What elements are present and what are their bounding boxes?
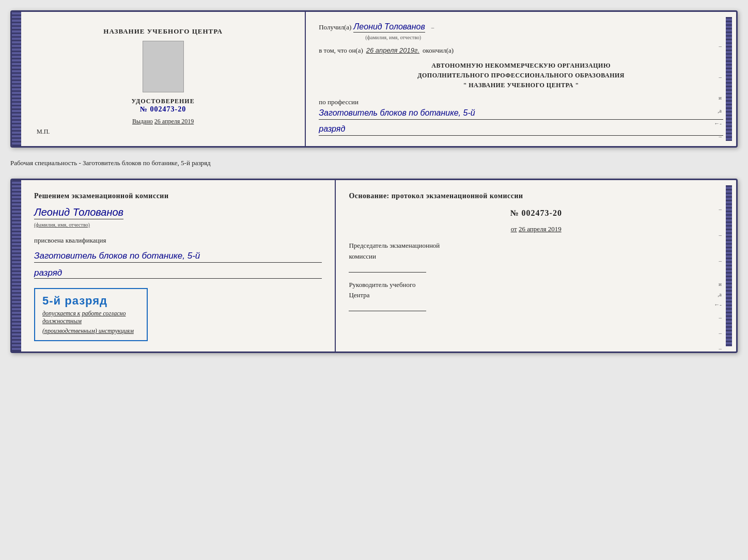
profession-label: по профессии bbox=[319, 98, 359, 106]
deco-dash-5: ←- bbox=[714, 120, 722, 126]
deco2-dash-6: ←- bbox=[714, 301, 722, 308]
director-block: Руководитель учебного Центра bbox=[349, 280, 723, 312]
mp-line: М.П. bbox=[37, 128, 50, 136]
protocol-number: № 002473-20 bbox=[349, 209, 723, 218]
stamp-sub1: допускается к работе согласно должностны… bbox=[42, 310, 139, 325]
deco2-dash-7: – bbox=[719, 314, 722, 321]
director-label2: Центра bbox=[349, 290, 723, 301]
recipient-name: Леонид Толованов bbox=[353, 22, 425, 33]
cert-number-value: 002473-20 bbox=[150, 105, 186, 113]
doc2-right-panel: Основание: протокол экзаменационной коми… bbox=[336, 180, 736, 351]
specialty-caption: Рабочая специальность - Заготовитель бло… bbox=[10, 157, 738, 169]
dash-separator: – bbox=[431, 24, 434, 30]
page-wrapper: НАЗВАНИЕ УЧЕБНОГО ЦЕНТРА УДОСТОВЕРЕНИЕ №… bbox=[10, 10, 738, 353]
confirm-suffix: окончил(а) bbox=[423, 46, 454, 55]
deco2-dash-1: – bbox=[719, 206, 722, 212]
basis-title: Основание: протокол экзаменационной коми… bbox=[349, 190, 723, 201]
doc2-left-panel: Решением экзаменационной комиссии Леонид… bbox=[21, 180, 336, 351]
deco2-dash-8: – bbox=[719, 330, 722, 336]
org-block: АВТОНОМНУЮ НЕКОММЕРЧЕСКУЮ ОРГАНИЗАЦИЮ ДО… bbox=[319, 61, 723, 91]
date-value: 26 апреля 2019 bbox=[519, 225, 562, 233]
fio-caption-2: (фамилия, имя, отчество) bbox=[34, 222, 90, 228]
deco2-dash-5: ,а bbox=[718, 291, 722, 297]
date-prefix: от bbox=[511, 225, 517, 233]
date-line: в том, что он(а) 26 апреля 2019г. окончи… bbox=[319, 46, 723, 55]
cert-number-block: УДОСТОВЕРЕНИЕ № 002473-20 bbox=[132, 98, 195, 114]
confirm-prefix: в том, что он(а) bbox=[319, 46, 363, 55]
fio-caption-1: (фамилия, имя, отчество) bbox=[365, 35, 723, 40]
deco-dash-1: – bbox=[719, 43, 722, 49]
commission-title: Решением экзаменационной комиссии bbox=[34, 190, 322, 201]
deco-dash-3: и bbox=[719, 94, 722, 101]
doc1-right-panel: Получил(а) Леонид Толованов – (фамилия, … bbox=[306, 12, 736, 146]
rank-value-1: разряд bbox=[319, 123, 723, 136]
doc1-left-panel: НАЗВАНИЕ УЧЕБНОГО ЦЕНТРА УДОСТОВЕРЕНИЕ №… bbox=[21, 12, 306, 146]
deco2-dash-9: – bbox=[719, 345, 722, 351]
protocol-number-value: 002473-20 bbox=[522, 209, 562, 217]
profession-block: по профессии Заготовитель блоков по бота… bbox=[319, 97, 723, 136]
deco-dash-4: ,а bbox=[718, 107, 722, 114]
cert-number: № 002473-20 bbox=[132, 105, 195, 114]
deco-dash-6: – bbox=[719, 133, 722, 139]
document-card-2: Решением экзаменационной комиссии Леонид… bbox=[10, 179, 738, 353]
received-prefix: Получил(а) bbox=[319, 23, 351, 31]
org-line1: АВТОНОМНУЮ НЕКОММЕРЧЕСКУЮ ОРГАНИЗАЦИЮ bbox=[319, 61, 723, 71]
deco2-dash-2: – bbox=[719, 232, 722, 238]
issued-line: Выдано 26 апреля 2019 bbox=[132, 118, 194, 125]
person-name: Леонид Толованов bbox=[34, 206, 123, 219]
confirm-date: 26 апреля 2019г. bbox=[366, 46, 419, 54]
doc1-center-title: НАЗВАНИЕ УЧЕБНОГО ЦЕНТРА bbox=[103, 27, 223, 36]
recipient-line: Получил(а) Леонид Толованов – bbox=[319, 22, 723, 33]
chairman-label2: комиссии bbox=[349, 251, 723, 262]
director-signature-line bbox=[349, 301, 426, 311]
stamp-box: 5-й разряд допускается к работе согласно… bbox=[34, 288, 148, 341]
director-label: Руководитель учебного bbox=[349, 280, 723, 291]
left-spine-1 bbox=[12, 12, 21, 146]
protocol-date: от 26 апреля 2019 bbox=[349, 225, 723, 233]
left-spine-2 bbox=[12, 180, 21, 351]
deco2-dash-4: и bbox=[719, 281, 722, 287]
issued-date: 26 апреля 2019 bbox=[154, 118, 194, 125]
deco-dash-2: – bbox=[719, 74, 722, 80]
deco2-dash-3: – bbox=[719, 258, 722, 264]
photo-placeholder bbox=[143, 41, 184, 92]
org-line2: ДОПОЛНИТЕЛЬНОГО ПРОФЕССИОНАЛЬНОГО ОБРАЗО… bbox=[319, 71, 723, 81]
rank-handwritten: разряд bbox=[34, 268, 322, 279]
cert-number-prefix: № bbox=[140, 105, 148, 113]
chairman-label: Председатель экзаменационной bbox=[349, 241, 723, 251]
stamp-rank: 5-й разряд bbox=[42, 294, 139, 308]
cert-label: УДОСТОВЕРЕНИЕ bbox=[132, 98, 195, 105]
chairman-block: Председатель экзаменационной комиссии bbox=[349, 241, 723, 273]
qualification-value: Заготовитель блоков по ботанике, 5-й bbox=[34, 250, 322, 263]
chairman-signature-line bbox=[349, 262, 426, 273]
issued-prefix: Выдано bbox=[132, 118, 153, 125]
document-card-1: НАЗВАНИЕ УЧЕБНОГО ЦЕНТРА УДОСТОВЕРЕНИЕ №… bbox=[10, 10, 738, 148]
profession-value: Заготовитель блоков по ботанике, 5-й bbox=[319, 107, 723, 120]
stamp-sub3: (производственным) инструкциям bbox=[42, 327, 139, 335]
protocol-prefix: № bbox=[510, 209, 519, 217]
qualification-label: присвоена квалификация bbox=[34, 236, 322, 245]
org-line3: " НАЗВАНИЕ УЧЕБНОГО ЦЕНТРА " bbox=[319, 81, 723, 90]
